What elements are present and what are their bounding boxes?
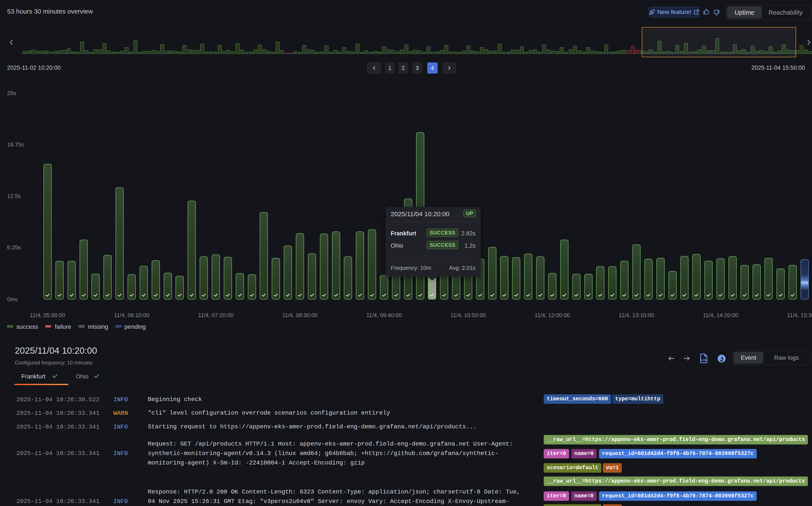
svg-text:LOG: LOG (701, 359, 707, 362)
